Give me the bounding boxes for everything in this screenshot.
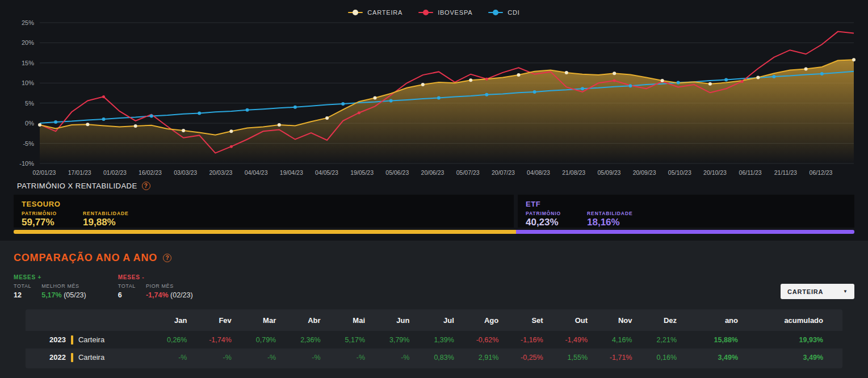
table-corner — [26, 309, 157, 331]
legend-label: CARTEIRA — [367, 9, 402, 16]
month-return-cell: -1,74% — [202, 331, 246, 348]
rentabilidade-value: 18,16% — [587, 217, 632, 228]
column-header-mar: Mar — [246, 309, 291, 331]
month-return-cell: -0,25% — [513, 348, 557, 366]
table-row-2022[interactable]: 2022Carteira-%-%-%-%-%-%0,83%2,91%-0,25%… — [26, 348, 842, 366]
svg-text:20/10/23: 20/10/23 — [703, 169, 727, 176]
month-return-cell: 5,17% — [336, 331, 380, 348]
month-return-cell: -% — [157, 348, 202, 366]
row-label: 2022Carteira — [26, 348, 157, 366]
svg-text:19/04/23: 19/04/23 — [280, 169, 303, 176]
monthly-returns-table-card: JanFevMarAbrMaiJunJulAgoSetOutNovDezanoa… — [26, 309, 842, 368]
year-comparison-section: COMPARAÇÃO ANO A ANO ? MESES + TOTAL 12 … — [0, 241, 868, 368]
allocation-ratio-bar — [14, 230, 854, 234]
etf-share-bar — [516, 230, 854, 234]
patrimonio-panels: TESOURO PATRIMÔNIO 59,77% RENTABILIDADE … — [0, 195, 868, 228]
month-return-cell: 1,39% — [424, 331, 468, 348]
positive-months-stat: MESES + TOTAL 12 MELHOR MÊS 5,17% (05/23… — [14, 274, 86, 299]
svg-text:21/08/23: 21/08/23 — [562, 169, 585, 176]
svg-text:04/08/23: 04/08/23 — [527, 169, 550, 176]
positive-total: TOTAL 12 — [14, 283, 31, 299]
best-month-label: MELHOR MÊS — [41, 283, 86, 289]
column-header-fev: Fev — [202, 309, 246, 331]
svg-text:04/04/23: 04/04/23 — [245, 169, 268, 176]
etf-panel: ETF PATRIMÔNIO 40,23% RENTABILIDADE 18,1… — [518, 195, 854, 228]
svg-text:25%: 25% — [22, 19, 34, 26]
legend-label: CDI — [508, 9, 519, 16]
svg-text:05/07/23: 05/07/23 — [456, 169, 480, 176]
best-month-date: (05/23) — [64, 291, 86, 299]
svg-text:20/09/23: 20/09/23 — [633, 169, 656, 176]
legend-label: IBOVESPA — [438, 9, 472, 16]
svg-text:06/11/23: 06/11/23 — [739, 169, 762, 176]
year-total-cell: 15,88% — [691, 331, 753, 348]
month-return-cell: 0,16% — [647, 348, 691, 366]
month-return-cell: 4,16% — [602, 331, 647, 348]
month-return-cell: -% — [380, 348, 424, 366]
rentabilidade-label: RENTABILIDADE — [83, 211, 128, 216]
comparison-stats: MESES + TOTAL 12 MELHOR MÊS 5,17% (05/23… — [14, 274, 854, 299]
worst-month-label: PIOR MÊS — [146, 283, 193, 289]
month-return-cell: 2,91% — [469, 348, 513, 366]
legend-item-ibovespa[interactable]: IBOVESPA — [418, 9, 472, 16]
column-header-ago: Ago — [469, 309, 513, 331]
legend-item-cdi[interactable]: CDI — [488, 9, 519, 16]
rentabilidade-label: RENTABILIDADE — [587, 211, 632, 216]
month-return-cell: -1,16% — [513, 331, 557, 348]
help-icon[interactable]: ? — [142, 182, 150, 190]
svg-text:0%: 0% — [25, 120, 34, 127]
column-header-jan: Jan — [157, 309, 202, 331]
svg-text:05/09/23: 05/09/23 — [597, 169, 620, 176]
svg-text:20/06/23: 20/06/23 — [421, 169, 445, 176]
performance-chart[interactable]: 25%20%15%10%5%0%-5%-10%02/01/2317/01/230… — [0, 18, 868, 179]
month-return-cell: 1,55% — [558, 348, 602, 366]
svg-text:19/05/23: 19/05/23 — [350, 169, 374, 176]
legend-swatch-icon — [348, 10, 363, 16]
carteira-selector-label: CARTEIRA — [787, 288, 823, 295]
carteira-selector[interactable]: CARTEIRA ▼ — [781, 284, 854, 299]
best-month: MELHOR MÊS 5,17% (05/23) — [41, 283, 86, 299]
accumulated-cell: 19,93% — [753, 331, 842, 348]
total-value: 12 — [14, 291, 31, 299]
legend-swatch-icon — [418, 10, 433, 16]
column-header-jul: Jul — [424, 309, 468, 331]
svg-text:16/02/23: 16/02/23 — [139, 169, 162, 176]
table-row-2023[interactable]: 2023Carteira0,26%-1,74%0,79%2,36%5,17%3,… — [26, 331, 842, 348]
month-return-cell: 2,36% — [291, 331, 335, 348]
row-year: 2023 — [49, 335, 66, 344]
chart-legend: CARTEIRAIBOVESPACDI — [0, 7, 868, 18]
svg-text:02/01/23: 02/01/23 — [33, 169, 56, 176]
svg-text:01/02/23: 01/02/23 — [103, 169, 127, 176]
positive-months-header: MESES + — [14, 274, 86, 280]
month-return-cell: -% — [291, 348, 335, 366]
patrimonio-label: PATRIMÔNIO — [526, 211, 561, 216]
patrimonio-section-header: PATRIMÔNIO X RENTABILIDADE ? — [0, 179, 868, 195]
negative-total: TOTAL 6 — [118, 283, 136, 299]
portfolio-name: Carteira — [78, 353, 104, 362]
tesouro-panel: TESOURO PATRIMÔNIO 59,77% RENTABILIDADE … — [14, 195, 514, 228]
carteira-marker-icon — [71, 335, 73, 345]
column-header-nov: Nov — [602, 309, 647, 331]
accumulated-cell: 3,49% — [753, 348, 842, 366]
month-return-cell: 0,79% — [246, 331, 291, 348]
month-return-cell: -% — [202, 348, 246, 366]
worst-month: PIOR MÊS -1,74% (02/23) — [146, 283, 193, 299]
svg-text:-5%: -5% — [23, 140, 34, 147]
month-return-cell: -1,49% — [558, 331, 602, 348]
svg-text:20/03/23: 20/03/23 — [209, 169, 232, 176]
total-label: TOTAL — [14, 283, 31, 289]
month-return-cell: 3,79% — [380, 331, 424, 348]
total-label: TOTAL — [118, 283, 136, 289]
help-icon[interactable]: ? — [163, 254, 171, 262]
comparison-title: COMPARAÇÃO ANO A ANO — [14, 252, 157, 264]
svg-text:20/07/23: 20/07/23 — [492, 169, 515, 176]
legend-item-carteira[interactable]: CARTEIRA — [348, 9, 402, 16]
svg-text:10%: 10% — [22, 79, 34, 86]
negative-months-header: MESES - — [118, 274, 193, 280]
rentabilidade-value: 19,88% — [83, 217, 128, 228]
tesouro-title: TESOURO — [22, 200, 506, 208]
svg-text:06/12/23: 06/12/23 — [810, 169, 833, 176]
row-label: 2023Carteira — [26, 331, 157, 348]
svg-text:03/03/23: 03/03/23 — [174, 169, 197, 176]
column-header-acumulado: acumulado — [753, 309, 842, 331]
